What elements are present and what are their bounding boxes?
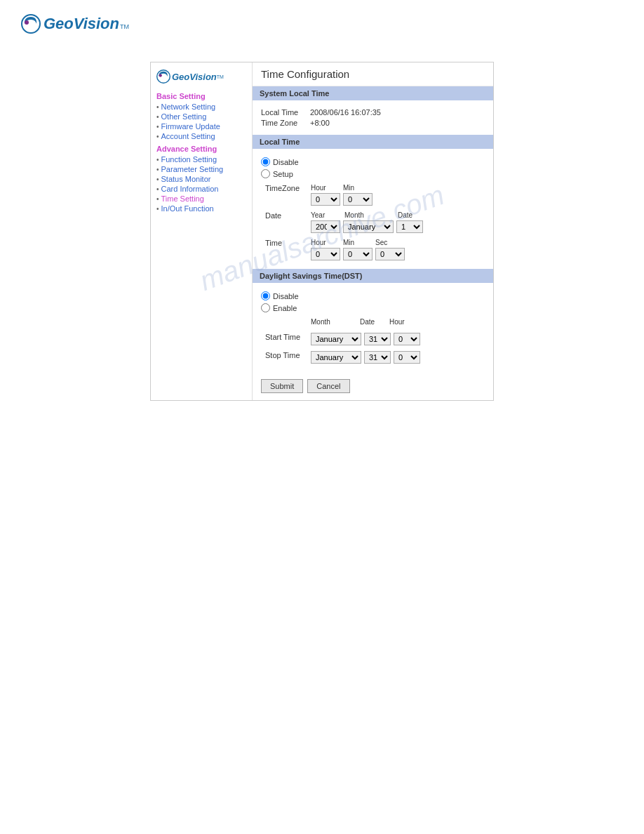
sidebar-item-label[interactable]: Account Setting bbox=[161, 132, 215, 140]
time-sec-header: Sec bbox=[375, 239, 405, 246]
dst-header-row: Month Date Hour bbox=[261, 315, 485, 330]
start-month-select[interactable]: JanuaryFebruaryMarch AprilMayJune JulyAu… bbox=[311, 333, 361, 345]
time-row: Time Hour Min Sec 0123 bbox=[261, 236, 485, 263]
dst-enable-label: Enable bbox=[273, 304, 297, 312]
system-local-time-body: Local Time 2008/06/16 16:07:35 Time Zone… bbox=[253, 100, 493, 135]
time-hour-select[interactable]: 0123 4567 891011 12 bbox=[311, 248, 340, 260]
start-time-controls: JanuaryFebruaryMarch AprilMayJune JulyAu… bbox=[311, 333, 481, 345]
time-controls-cell: Hour Min Sec 0123 4567 891011 1 bbox=[307, 236, 485, 263]
sidebar-item-firmware-update[interactable]: • Firmware Update bbox=[156, 122, 246, 131]
stop-date-select[interactable]: 31 bbox=[364, 351, 391, 364]
timezone-hour-header: Hour bbox=[311, 184, 340, 192]
local-time-setup-row[interactable]: Setup bbox=[261, 169, 485, 178]
button-row: Submit Cancel bbox=[253, 372, 493, 400]
sidebar-item-other-setting[interactable]: • Other Setting bbox=[156, 112, 246, 121]
sidebar-item-time-setting[interactable]: • Time Setting bbox=[156, 194, 246, 203]
date-label: Date bbox=[261, 208, 307, 236]
local-time-setup-radio[interactable] bbox=[261, 169, 270, 178]
date-controls-cell: Year Month Date 200920102011 Janu bbox=[307, 208, 485, 236]
sidebar-item-inout-function[interactable]: • In/Out Function bbox=[156, 204, 246, 213]
date-month-select[interactable]: JanuaryFebruaryMarch AprilMayJune JulyAu… bbox=[343, 220, 394, 233]
date-year-select[interactable]: 200920102011 bbox=[311, 220, 340, 233]
local-time-setup-label: Setup bbox=[273, 170, 293, 178]
dst-enable-row[interactable]: Enable bbox=[261, 303, 485, 312]
sidebar-item-network-setting[interactable]: • Network Setting bbox=[156, 102, 246, 111]
header-logo-text: GeoVision bbox=[43, 15, 119, 33]
start-date-select[interactable]: 31 bbox=[364, 333, 391, 345]
sidebar-item-card-information[interactable]: • Card Information bbox=[156, 185, 246, 193]
bullet-icon: • bbox=[156, 113, 159, 121]
start-time-label: Start Time bbox=[261, 330, 307, 348]
dst-disable-label: Disable bbox=[273, 292, 299, 300]
submit-button[interactable]: Submit bbox=[261, 379, 303, 393]
sidebar-item-label[interactable]: Parameter Setting bbox=[161, 165, 224, 173]
sidebar-item-label[interactable]: Card Information bbox=[161, 185, 219, 193]
sidebar-item-label[interactable]: Status Monitor bbox=[161, 175, 211, 183]
local-time-disable-row[interactable]: Disable bbox=[261, 157, 485, 166]
timezone-min-select[interactable]: 0 153045 bbox=[343, 193, 373, 206]
dst-hour-header: Hour bbox=[389, 318, 416, 326]
sidebar-item-label[interactable]: Other Setting bbox=[161, 112, 207, 121]
header-logo: GeoVision TM bbox=[21, 14, 623, 34]
timezone-controls: 0 1234 5678 0 153045 bbox=[311, 193, 481, 206]
dst-col-headers: Month Date Hour bbox=[307, 315, 485, 330]
time-zone-row: Time Zone +8:00 bbox=[261, 119, 485, 127]
local-time-disable-label: Disable bbox=[273, 158, 299, 166]
local-time-section-header: Local Time bbox=[253, 135, 493, 149]
timezone-col-headers: Hour Min bbox=[311, 184, 481, 192]
cancel-button[interactable]: Cancel bbox=[307, 379, 349, 393]
time-sec-select[interactable]: 0 bbox=[375, 248, 405, 260]
start-hour-select[interactable]: 0 bbox=[394, 333, 420, 345]
timezone-min-header: Min bbox=[343, 184, 373, 192]
bullet-icon: • bbox=[156, 103, 159, 111]
bullet-icon: • bbox=[156, 176, 159, 183]
sidebar-logo-text: GeoVision bbox=[172, 72, 217, 82]
sidebar-item-label[interactable]: Function Setting bbox=[161, 155, 217, 164]
advance-setting-title: Advance Setting bbox=[156, 145, 246, 153]
stop-time-controls: JanuaryFebruaryMarch AprilMayJune JulyAu… bbox=[311, 351, 481, 364]
page-title: Time Configuration bbox=[253, 62, 493, 86]
sidebar-item-label[interactable]: In/Out Function bbox=[161, 204, 214, 213]
bullet-icon: • bbox=[156, 185, 159, 193]
bullet-icon: • bbox=[156, 133, 159, 140]
svg-point-3 bbox=[159, 74, 162, 77]
date-row: Date Year Month Date 200920102011 bbox=[261, 208, 485, 236]
app-frame: GeoVision TM Basic Setting • Network Set… bbox=[150, 62, 494, 401]
time-min-select[interactable]: 0 bbox=[343, 248, 373, 260]
sidebar-item-parameter-setting[interactable]: • Parameter Setting bbox=[156, 165, 246, 173]
sidebar-item-account-setting[interactable]: • Account Setting bbox=[156, 132, 246, 140]
svg-point-1 bbox=[25, 20, 29, 25]
start-time-controls-cell: JanuaryFebruaryMarch AprilMayJune JulyAu… bbox=[307, 330, 485, 348]
local-time-value: 2008/06/16 16:07:35 bbox=[310, 108, 381, 117]
sidebar-item-label[interactable]: Time Setting bbox=[161, 194, 204, 203]
stop-month-select[interactable]: JanuaryFebruaryMarch AprilMayJune JulyAu… bbox=[311, 351, 361, 364]
sidebar-item-status-monitor[interactable]: • Status Monitor bbox=[156, 175, 246, 183]
bullet-icon: • bbox=[156, 205, 159, 213]
local-time-disable-radio[interactable] bbox=[261, 157, 270, 166]
stop-hour-select[interactable]: 0 bbox=[394, 351, 420, 364]
sidebar-item-function-setting[interactable]: • Function Setting bbox=[156, 155, 246, 164]
dst-form: Month Date Hour Start Time bbox=[261, 315, 485, 366]
sidebar-item-label[interactable]: Firmware Update bbox=[161, 122, 220, 131]
time-zone-label: Time Zone bbox=[261, 119, 310, 127]
bullet-icon: • bbox=[156, 195, 159, 203]
date-date-header: Date bbox=[398, 211, 424, 219]
time-hour-header: Hour bbox=[311, 239, 340, 246]
date-date-select[interactable]: 1234 5678 910 bbox=[396, 220, 423, 233]
timezone-hour-select[interactable]: 0 1234 5678 bbox=[311, 193, 340, 206]
dst-disable-radio[interactable] bbox=[261, 291, 270, 300]
dst-enable-radio[interactable] bbox=[261, 303, 270, 312]
geovision-logo-icon bbox=[21, 14, 41, 34]
sidebar-logo-icon bbox=[156, 70, 170, 84]
time-zone-value: +8:00 bbox=[310, 119, 330, 127]
dst-disable-row[interactable]: Disable bbox=[261, 291, 485, 300]
basic-setting-title: Basic Setting bbox=[156, 92, 246, 100]
sidebar-item-label[interactable]: Network Setting bbox=[161, 102, 216, 111]
sidebar-logo-tm: TM bbox=[217, 74, 224, 79]
dst-date-header: Date bbox=[360, 318, 387, 326]
dst-month-header: Month bbox=[311, 318, 357, 326]
dst-col-header-row: Month Date Hour bbox=[311, 318, 481, 326]
local-time-label: Local Time bbox=[261, 108, 310, 117]
time-col-headers: Hour Min Sec bbox=[311, 239, 481, 246]
stop-time-label: Stop Time bbox=[261, 348, 307, 366]
